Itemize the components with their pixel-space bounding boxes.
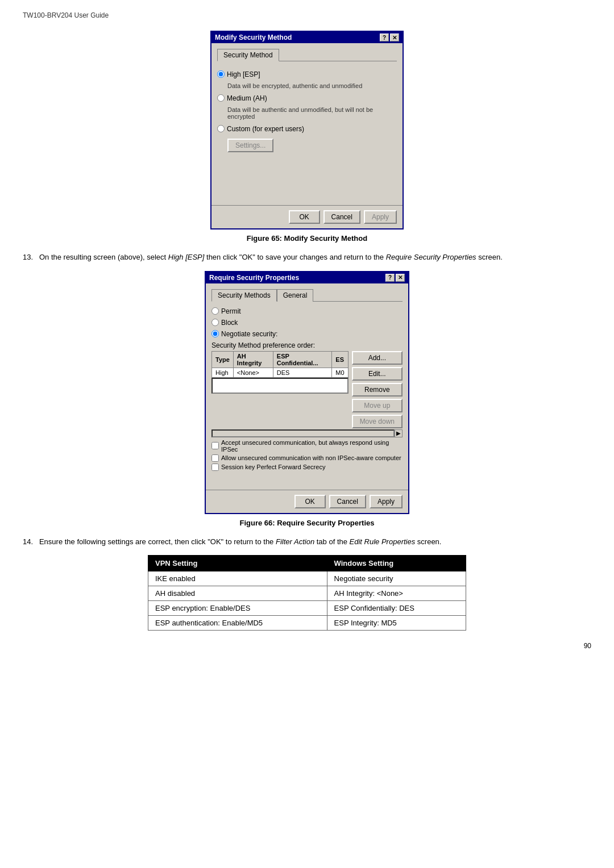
col-vpn-setting: VPN Setting — [148, 556, 327, 571]
cell-type: High — [212, 368, 234, 377]
add-button[interactable]: Add... — [352, 351, 403, 365]
radio-medium-ah-label: Medium (AH) — [227, 94, 267, 102]
dialog1-titlebar-buttons: ? ✕ — [380, 34, 399, 41]
radio-permit-label: Permit — [221, 307, 241, 315]
dialog2-titlebar-buttons: ? ✕ — [385, 274, 405, 282]
step13-text-before: On the resulting screen (above), select — [39, 253, 168, 261]
method-table-wrapper: Type AH Integrity ESP Confidential... ES… — [211, 351, 349, 394]
dialog2-footer: OK Cancel Apply — [206, 490, 408, 513]
checkbox-allow-unsecured: Allow unsecured communication with non I… — [211, 454, 403, 462]
tab-security-methods[interactable]: Security Methods — [211, 289, 277, 302]
radio-block-input[interactable] — [211, 319, 219, 326]
radio-negotiate-input[interactable] — [211, 330, 219, 337]
dialog1-titlebar: Modify Security Method ? ✕ — [211, 32, 403, 43]
dialog2-apply-button[interactable]: Apply — [370, 495, 403, 508]
checkbox-allow-label: Allow unsecured communication with non I… — [221, 454, 401, 461]
dialog1-footer: OK Cancel Apply — [211, 205, 403, 228]
edit-button[interactable]: Edit... — [352, 367, 403, 381]
checkbox-allow-input[interactable] — [211, 454, 219, 462]
require-security-properties-dialog: Require Security Properties ? ✕ Security… — [205, 271, 409, 514]
col-type: Type — [212, 351, 234, 368]
method-table-area: Type AH Integrity ESP Confidential... ES… — [211, 351, 403, 428]
radio-custom: Custom (for expert users) Settings... — [217, 122, 397, 152]
table-row[interactable]: High <None> DES M0 — [212, 368, 349, 377]
checkbox-session-input[interactable] — [211, 464, 219, 471]
checkbox-session-label: Session key Perfect Forward Secrecy — [221, 464, 325, 470]
checkbox-accept-input[interactable] — [211, 442, 219, 449]
checkbox-accept-label: Accept unsecured communication, but alwa… — [221, 439, 403, 453]
header-title: TW100-BRV204 User Guide — [23, 11, 109, 19]
step14-italic1: Filter Action — [276, 537, 314, 546]
table-cell: ESP encryption: Enable/DES — [148, 601, 327, 616]
dialog1-cancel-button[interactable]: Cancel — [323, 210, 360, 224]
scroll-right-arrow[interactable]: ▶ — [395, 429, 403, 437]
dialog2-title: Require Security Properties — [209, 274, 299, 282]
move-up-button[interactable]: Move up — [352, 399, 403, 412]
radio-permit-group: Permit — [211, 307, 403, 315]
cell-ah: <None> — [233, 368, 273, 377]
cell-esp: DES — [273, 368, 332, 377]
step13-italic1: High [ESP] — [168, 253, 205, 261]
radio-permit-input[interactable] — [211, 307, 219, 315]
checkbox-session-key: Session key Perfect Forward Secrecy — [211, 464, 403, 471]
radio-medium-ah-input[interactable] — [217, 94, 225, 102]
radio-high-esp-input[interactable] — [217, 70, 225, 78]
tab-general[interactable]: General — [277, 289, 314, 302]
radio-high-esp-desc: Data will be encrypted, authentic and un… — [227, 82, 397, 89]
list-scroll-area — [211, 378, 349, 394]
table-cell: AH Integrity: <None> — [327, 586, 466, 601]
dialog2-help-button[interactable]: ? — [385, 274, 395, 282]
radio-medium-ah: Medium (AH) Data will be authentic and u… — [217, 91, 397, 120]
step13-text: 13. On the resulting screen (above), sel… — [23, 252, 591, 263]
dialog1-close-button[interactable]: ✕ — [390, 34, 399, 41]
radio-negotiate-label: Negotiate security: — [221, 330, 277, 338]
dialog2-ok-button[interactable]: OK — [294, 495, 326, 508]
tab-security-method[interactable]: Security Method — [217, 49, 279, 61]
col-es: ES — [332, 351, 348, 368]
step14-text3: screen. — [417, 537, 442, 546]
table-cell: ESP Integrity: MD5 — [327, 616, 466, 631]
page-number: 90 — [23, 642, 591, 650]
dialog1-ok-button[interactable]: OK — [289, 210, 320, 224]
dialog1-tab-bar: Security Method — [217, 49, 397, 61]
dialog2-cancel-button[interactable]: Cancel — [329, 495, 366, 508]
move-down-button[interactable]: Move down — [352, 415, 403, 428]
table-row: ESP encryption: Enable/DESESP Confidenti… — [148, 601, 466, 616]
radio-block-group: Block — [211, 319, 403, 327]
col-ah: AH Integrity — [233, 351, 273, 368]
radio-medium-ah-desc: Data will be authentic and unmodified, b… — [227, 106, 397, 120]
col-windows-setting: Windows Setting — [327, 556, 466, 571]
dialog1-apply-button[interactable]: Apply — [364, 210, 397, 224]
step14-number: 14. — [23, 537, 33, 546]
step13-text2: then click "OK" to save your changes and… — [206, 253, 386, 261]
table-cell: AH disabled — [148, 586, 327, 601]
radio-high-esp: High [ESP] Data will be encrypted, authe… — [217, 67, 397, 89]
dialog2-close-button[interactable]: ✕ — [396, 274, 405, 282]
dialog2-tab-bar: Security Methods General — [211, 289, 403, 302]
table-cell: Negotiate security — [327, 571, 466, 586]
modify-security-method-dialog: Modify Security Method ? ✕ Security Meth… — [210, 31, 404, 229]
figure2-caption: Figure 66: Require Security Properties — [23, 519, 591, 527]
dialog2-titlebar: Require Security Properties ? ✕ — [206, 272, 408, 283]
checkbox-accept-unsecured: Accept unsecured communication, but alwa… — [211, 439, 403, 453]
method-table: Type AH Integrity ESP Confidential... ES… — [211, 351, 349, 378]
figure1-caption: Figure 65: Modify Security Method — [23, 234, 591, 243]
step14-text-before: Ensure the following settings are correc… — [39, 537, 276, 546]
step14-italic2: Edit Rule Properties — [350, 537, 416, 546]
col-esp-conf: ESP Confidential... — [273, 351, 332, 368]
dialog1-help-button[interactable]: ? — [380, 34, 389, 41]
step14-text: 14. Ensure the following settings are co… — [23, 536, 591, 548]
table-cell: ESP Confidentially: DES — [327, 601, 466, 616]
scrollbar[interactable] — [211, 429, 395, 437]
remove-button[interactable]: Remove — [352, 383, 403, 397]
page-header: TW100-BRV204 User Guide — [23, 11, 591, 19]
settings-table: VPN Setting Windows Setting IKE enabledN… — [148, 555, 466, 631]
radio-custom-label: Custom (for expert users) — [227, 125, 304, 133]
step13-italic2: Require Security Properties — [386, 253, 476, 261]
table-row: ESP authentication: Enable/MD5ESP Integr… — [148, 616, 466, 631]
side-buttons: Add... Edit... Remove Move up Move down — [352, 351, 403, 428]
cell-es: M0 — [332, 368, 348, 377]
settings-button[interactable]: Settings... — [227, 139, 273, 152]
radio-custom-input[interactable] — [217, 125, 225, 132]
table-cell: IKE enabled — [148, 571, 327, 586]
